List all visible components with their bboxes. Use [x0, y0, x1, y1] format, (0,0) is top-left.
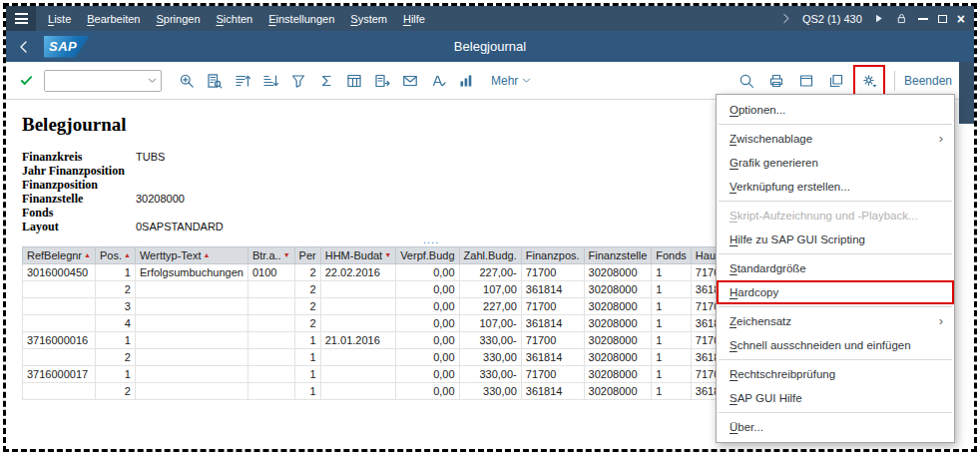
menubar-item-springen[interactable]: Springen — [148, 13, 208, 25]
context-menu-item-hardcopy[interactable]: Hardcopy — [717, 280, 954, 304]
table-cell[interactable] — [247, 366, 294, 383]
table-cell[interactable]: 3016000450 — [23, 264, 96, 281]
table-cell[interactable] — [320, 383, 395, 400]
table-cell[interactable]: 1 — [652, 264, 692, 281]
table-cell[interactable] — [247, 298, 294, 315]
filter-icon[interactable] — [285, 68, 311, 94]
table-cell[interactable]: 3716000016 — [23, 332, 96, 349]
column-header-werttyp-text[interactable]: Werttyp-Text▲ — [135, 247, 247, 264]
table-cell[interactable]: 1 — [95, 366, 135, 383]
table-cell[interactable]: 30208000 — [584, 281, 652, 298]
zoom-in-icon[interactable] — [174, 68, 200, 94]
menubar-item-liste[interactable]: Liste — [40, 13, 79, 25]
table-cell[interactable] — [320, 366, 395, 383]
table-cell[interactable]: 0,00 — [396, 383, 459, 400]
enter-check-icon[interactable] — [14, 69, 38, 93]
close-button[interactable]: × — [957, 12, 965, 26]
table-cell[interactable] — [135, 383, 247, 400]
command-field[interactable] — [45, 71, 144, 91]
table-cell[interactable] — [135, 332, 247, 349]
table-cell[interactable] — [247, 383, 294, 400]
table-cell[interactable]: 2 — [294, 264, 320, 281]
table-cell[interactable]: 71700 — [521, 332, 584, 349]
table-cell[interactable]: 107,00 — [459, 281, 521, 298]
table-cell[interactable]: 30208000 — [584, 264, 652, 281]
table-cell[interactable] — [320, 298, 395, 315]
table-cell[interactable]: 2 — [95, 349, 135, 366]
table-cell[interactable]: 2 — [294, 298, 320, 315]
new-window-icon[interactable] — [823, 68, 849, 94]
column-header-zahl-budg[interactable]: Zahl.Budg. — [459, 247, 521, 264]
table-cell[interactable] — [135, 315, 247, 332]
column-header-hhm-budat[interactable]: HHM-Budat▼ — [320, 247, 395, 264]
table-cell[interactable]: 0,00 — [396, 349, 459, 366]
table-cell[interactable]: 2 — [95, 383, 135, 400]
mail-icon[interactable] — [397, 68, 423, 94]
context-menu-item-sap-gui-hilfe[interactable]: SAP GUI Hilfe — [717, 386, 954, 410]
chart-icon[interactable] — [453, 68, 479, 94]
context-menu-item-rechtschreibprüfung[interactable]: Rechtschreibprüfung — [717, 362, 954, 386]
context-menu-item-zwischenablage[interactable]: Zwischenablage› — [717, 127, 954, 151]
table-cell[interactable]: 2 — [95, 281, 135, 298]
table-cell[interactable]: 1 — [95, 264, 135, 281]
table-cell[interactable]: 1 — [652, 281, 692, 298]
context-menu-item-grafik-generieren[interactable]: Grafik generieren — [717, 151, 954, 175]
table-cell[interactable]: 361814 — [521, 281, 584, 298]
column-header-fonds[interactable]: Fonds — [652, 247, 692, 264]
context-menu-item-zeichensatz[interactable]: Zeichensatz› — [717, 309, 954, 333]
table-cell[interactable]: 361814 — [521, 315, 584, 332]
column-header-btr-a[interactable]: Btr.a..▼ — [247, 247, 294, 264]
table-cell[interactable]: 30208000 — [584, 298, 652, 315]
table-cell[interactable]: 71700 — [521, 264, 584, 281]
play-icon[interactable] — [872, 12, 885, 25]
table-cell[interactable] — [23, 383, 96, 400]
spreadsheet-icon[interactable] — [341, 68, 367, 94]
context-menu-item-standardgröße[interactable]: Standardgröße — [717, 256, 954, 280]
table-cell[interactable]: 361814 — [521, 383, 584, 400]
table-cell[interactable] — [23, 315, 96, 332]
table-cell[interactable]: 30208000 — [584, 315, 652, 332]
table-cell[interactable]: 0100 — [247, 264, 294, 281]
table-cell[interactable]: 1 — [652, 332, 692, 349]
details-icon[interactable] — [202, 68, 228, 94]
table-cell[interactable] — [320, 315, 395, 332]
sort-ascending-icon[interactable] — [230, 68, 255, 94]
table-cell[interactable]: 30208000 — [584, 366, 652, 383]
table-cell[interactable] — [247, 281, 294, 298]
table-cell[interactable] — [320, 349, 395, 366]
table-cell[interactable]: 107,00- — [459, 315, 521, 332]
mehr-button[interactable]: Mehr — [491, 74, 532, 88]
table-cell[interactable]: 1 — [294, 349, 320, 366]
context-menu-item-schnell-ausschneiden-und-einfügen[interactable]: Schnell ausschneiden und einfügen — [717, 333, 954, 357]
table-cell[interactable] — [23, 298, 96, 315]
table-cell[interactable]: 1 — [652, 366, 692, 383]
table-cell[interactable]: 3 — [95, 298, 135, 315]
sort-descending-icon[interactable] — [257, 68, 283, 94]
chevron-right-icon[interactable] — [779, 12, 792, 25]
menubar-item-einstellungen[interactable]: Einstellungen — [260, 13, 342, 25]
column-header-finanzpos[interactable]: Finanzpos. — [521, 247, 584, 264]
export-icon[interactable] — [369, 68, 395, 94]
table-cell[interactable]: 4 — [95, 315, 135, 332]
table-cell[interactable]: 30208000 — [584, 383, 652, 400]
table-cell[interactable]: 30208000 — [584, 332, 652, 349]
print-icon[interactable] — [763, 68, 789, 94]
table-cell[interactable]: 1 — [652, 315, 692, 332]
table-cell[interactable]: 0,00 — [396, 264, 459, 281]
table-cell[interactable]: 1 — [294, 366, 320, 383]
table-cell[interactable]: 3716000017 — [23, 366, 96, 383]
table-cell[interactable]: 0,00 — [396, 315, 459, 332]
hamburger-icon[interactable] — [6, 6, 36, 31]
table-cell[interactable]: 2 — [294, 281, 320, 298]
sum-icon[interactable] — [313, 68, 339, 94]
column-header-verpf-budg[interactable]: Verpf.Budg — [396, 247, 459, 264]
table-cell[interactable]: 0,00 — [396, 332, 459, 349]
context-menu-item-verknüpfung-erstellen[interactable]: Verknüpfung erstellen... — [717, 175, 954, 199]
column-header-finanzstelle[interactable]: Finanzstelle — [584, 247, 652, 264]
table-cell[interactable]: 330,00- — [459, 366, 521, 383]
table-cell[interactable] — [320, 281, 395, 298]
column-header-per[interactable]: Per — [294, 247, 320, 264]
table-cell[interactable]: 0,00 — [396, 366, 459, 383]
beenden-button[interactable]: Beenden — [904, 74, 952, 88]
table-cell[interactable]: 330,00 — [459, 349, 521, 366]
